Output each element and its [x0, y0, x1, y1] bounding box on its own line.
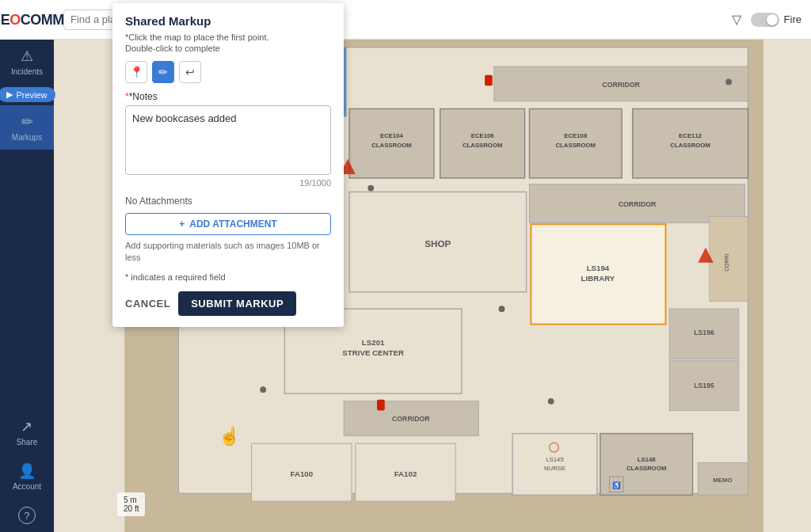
svg-text:FA100: FA100 [290, 469, 313, 478]
svg-text:ECE104: ECE104 [380, 132, 404, 139]
toggle-knob [767, 14, 778, 25]
svg-text:CORRI: CORRI [724, 254, 729, 272]
notes-count: 19/1000 [125, 178, 331, 188]
svg-text:NURSE: NURSE [544, 465, 565, 472]
svg-point-87 [499, 306, 505, 312]
sidebar-item-preview[interactable]: ▶ Preview [0, 87, 55, 102]
cancel-button[interactable]: CANCEL [125, 298, 170, 310]
svg-text:ECE108: ECE108 [564, 132, 588, 139]
filter-icon[interactable]: ▽ [732, 12, 741, 27]
edit-tool-btn[interactable]: ✏ [152, 61, 174, 83]
panel-actions: CANCEL SUBMIT MARKUP [125, 291, 331, 316]
svg-text:MEMO: MEMO [713, 477, 732, 484]
undo-icon: ↩ [185, 66, 195, 78]
svg-rect-79 [377, 400, 385, 411]
svg-point-89 [548, 398, 554, 405]
svg-text:FA102: FA102 [394, 469, 417, 478]
edit-icon: ✏ [158, 66, 168, 78]
svg-text:CLASSROOM: CLASSROOM [626, 465, 666, 472]
account-label: Account [13, 482, 41, 491]
incidents-label: Incidents [11, 67, 43, 76]
scale-bar: 5 m 20 ft [117, 492, 145, 516]
svg-text:ECE112: ECE112 [679, 132, 702, 139]
svg-text:LS194: LS194 [587, 264, 610, 272]
svg-text:SHOP: SHOP [425, 238, 451, 249]
sidebar-item-incidents[interactable]: ⚠ Incidents [0, 40, 54, 84]
svg-text:CLASSROOM: CLASSROOM [371, 142, 411, 149]
svg-text:LS195: LS195 [694, 382, 714, 390]
markup-panel: Shared Markup *Click the map to place th… [112, 3, 344, 327]
svg-text:LS145: LS145 [546, 456, 563, 463]
svg-text:LS148: LS148 [638, 456, 657, 463]
svg-rect-76 [485, 75, 493, 86]
markups-label: Markups [12, 133, 42, 142]
add-attachment-label: ADD ATTACHMENT [189, 218, 276, 230]
sidebar: GEOCOMM ⚠ Incidents ▶ Preview ✏ Markups … [0, 0, 54, 532]
account-icon: 👤 [18, 462, 36, 480]
svg-text:LS196: LS196 [694, 329, 714, 336]
notes-label: **Notes [125, 91, 331, 102]
preview-label: Preview [16, 90, 47, 100]
fire-toggle-container: Fire [751, 13, 801, 27]
add-attachment-btn[interactable]: + ADD ATTACHMENT [125, 213, 331, 235]
app-logo: GEOCOMM [0, 0, 54, 40]
topbar-right: ▽ Fire [732, 12, 801, 27]
logo-text: GEOCOMM [0, 12, 64, 28]
share-label: Share [17, 438, 38, 446]
markup-hint1: *Click the map to place the first point. [125, 32, 331, 42]
sidebar-item-markups[interactable]: ✏ Markups [0, 105, 54, 150]
warning-icon: ⚠ [21, 48, 33, 65]
svg-point-88 [260, 386, 266, 393]
attachment-hint: Add supporting materials such as images … [125, 240, 331, 264]
sidebar-item-account[interactable]: 👤 Account [10, 454, 44, 499]
markup-panel-title: Shared Markup [125, 14, 331, 28]
help-icon: ? [18, 507, 36, 524]
markup-hint2: Double-click to complete [125, 44, 331, 53]
scale-line2: 20 ft [124, 504, 139, 513]
svg-text:CLASSROOM: CLASSROOM [556, 142, 596, 149]
preview-icon: ▶ [6, 89, 13, 100]
fire-toggle[interactable] [751, 13, 779, 27]
attachments-label: No Attachments [125, 196, 331, 207]
share-icon: ↗ [21, 418, 32, 435]
sidebar-item-share[interactable]: ↗ Share [10, 410, 44, 454]
svg-point-90 [725, 79, 732, 86]
markup-tools: 📍 ✏ ↩ [125, 61, 331, 83]
pencil-icon: ✏ [21, 113, 33, 131]
notes-textarea[interactable]: New bookcases added [125, 105, 331, 175]
svg-text:CLASSROOM: CLASSROOM [463, 142, 502, 149]
sidebar-item-help[interactable]: ? [10, 499, 44, 532]
svg-text:LS201: LS201 [362, 338, 385, 347]
svg-text:CORRIDOR: CORRIDOR [602, 81, 640, 89]
svg-text:CORRIDOR: CORRIDOR [392, 415, 430, 423]
svg-text:CORRIDOR: CORRIDOR [619, 200, 657, 208]
required-note: * indicates a required field [125, 272, 331, 282]
main-area: 🔍 ▽ Fire ADMIN CORRIDOR 25 AD [54, 0, 811, 532]
plus-icon: + [179, 218, 185, 230]
svg-text:STRIVE CENTER: STRIVE CENTER [342, 348, 404, 357]
svg-text:ECE106: ECE106 [471, 132, 495, 139]
location-tool-btn[interactable]: 📍 [125, 61, 147, 83]
svg-text:LIBRARY: LIBRARY [581, 274, 615, 283]
submit-markup-button[interactable]: SUBMIT MARKUP [178, 291, 296, 316]
fire-label: Fire [784, 13, 801, 25]
scale-line1: 5 m [124, 496, 139, 504]
svg-text:♿: ♿ [612, 481, 621, 490]
location-icon: 📍 [130, 66, 143, 78]
svg-point-86 [367, 185, 374, 192]
svg-text:CLASSROOM: CLASSROOM [670, 142, 710, 149]
undo-tool-btn[interactable]: ↩ [179, 61, 201, 83]
